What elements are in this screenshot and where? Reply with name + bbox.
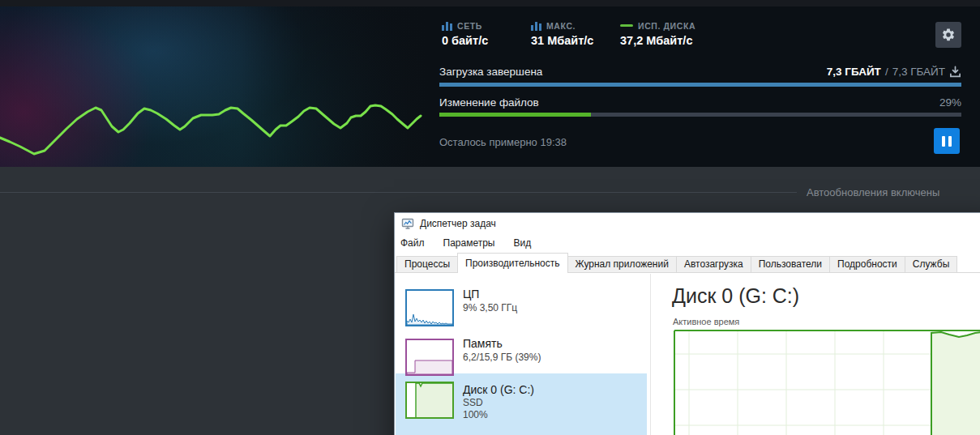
- download-status-label: Загрузка завершена: [439, 66, 542, 78]
- cpu-value: 9% 3,50 ГГц: [463, 302, 517, 313]
- total-size: 7,3 ГБАЙТ: [892, 66, 945, 78]
- tab-performance[interactable]: Производительность: [457, 253, 567, 273]
- disk-usage-fill: [931, 332, 980, 435]
- memory-title: Память: [463, 337, 503, 350]
- cpu-mini-graph: [405, 289, 454, 326]
- cpu-title: ЦП: [463, 288, 479, 301]
- network-bars-icon: [442, 20, 452, 31]
- section-divider: [0, 192, 797, 193]
- menu-view[interactable]: Вид: [513, 237, 531, 249]
- tab-processes[interactable]: Процессы: [396, 256, 458, 272]
- menu-options[interactable]: Параметры: [443, 237, 495, 249]
- download-row: Загрузка завершена 7,3 ГБАЙТ / 7,3 ГБАЙТ: [439, 66, 961, 78]
- pause-icon: [942, 136, 945, 147]
- size-separator: /: [885, 66, 888, 78]
- detail-pane-title: Диск 0 (G: C:): [672, 284, 799, 308]
- tab-services[interactable]: Службы: [905, 256, 957, 272]
- network-graph-line: [0, 105, 421, 154]
- task-manager-app-icon: [401, 217, 414, 230]
- download-icon: [949, 66, 961, 78]
- stat-label: МАКС.: [546, 21, 576, 31]
- menu-bar: Файл Параметры Вид: [395, 234, 980, 252]
- tab-users[interactable]: Пользователи: [751, 256, 830, 272]
- download-progress-bar: [439, 83, 961, 87]
- download-settings-button[interactable]: [935, 22, 961, 48]
- stat-network: СЕТЬ 0 байт/с: [442, 20, 488, 47]
- patching-progress-fill: [439, 113, 591, 117]
- titlebar[interactable]: Диспетчер задач: [395, 213, 980, 234]
- pause-icon: [948, 136, 952, 147]
- downloaded-size: 7,3 ГБАЙТ: [827, 66, 881, 78]
- disk-activity-graph: [674, 330, 980, 435]
- patching-label: Изменение файлов: [439, 96, 539, 109]
- memory-value: 6,2/15,9 ГБ (39%): [463, 352, 541, 363]
- stat-label: СЕТЬ: [457, 21, 482, 31]
- tab-details[interactable]: Подробности: [829, 256, 905, 272]
- screen: СЕТЬ 0 байт/с МАКС. 31 Мбайт/с ИСП. ДИСК…: [0, 0, 980, 435]
- autoupdates-label: Автообновления включены: [807, 186, 939, 198]
- disk-title: Диск 0 (G: C:): [463, 383, 534, 396]
- disk-mini-graph: [405, 382, 454, 419]
- steam-download-panel: СЕТЬ 0 байт/с МАКС. 31 Мбайт/с ИСП. ДИСК…: [0, 0, 980, 167]
- task-manager-window: Диспетчер задач Файл Параметры Вид Проце…: [394, 212, 980, 435]
- stat-label: ИСП. ДИСКА: [638, 21, 695, 31]
- pause-download-button[interactable]: [934, 128, 960, 154]
- network-activity-graph: [0, 0, 438, 167]
- active-time-label: Активное время: [673, 317, 739, 326]
- tab-strip: Процессы Производительность Журнал прило…: [395, 252, 980, 273]
- stat-value: 0 байт/с: [442, 34, 488, 47]
- patching-progress-bar: [439, 113, 961, 117]
- patching-percent: 29%: [939, 96, 961, 109]
- gear-icon: [941, 28, 956, 42]
- download-size-info: 7,3 ГБАЙТ / 7,3 ГБАЙТ: [827, 66, 961, 78]
- download-progress-fill: [439, 83, 961, 87]
- disk-percent: 100%: [463, 409, 488, 420]
- network-bars-icon: [531, 20, 541, 31]
- disk-line-icon: [620, 20, 633, 31]
- patching-row: Изменение файлов 29%: [439, 96, 961, 109]
- stat-peak: МАКС. 31 Мбайт/с: [531, 20, 593, 47]
- disk-type: SSD: [463, 397, 483, 408]
- tab-startup[interactable]: Автозагрузка: [676, 256, 751, 272]
- stat-disk-usage: ИСП. ДИСКА 37,2 Мбайт/с: [620, 20, 695, 47]
- memory-mini-graph: [405, 339, 454, 376]
- sidebar-divider: [650, 274, 651, 435]
- stat-value: 31 Мбайт/с: [531, 34, 593, 47]
- menu-file[interactable]: Файл: [400, 237, 425, 249]
- stat-value: 37,2 Мбайт/с: [620, 34, 695, 47]
- time-remaining-label: Осталось примерно 19:38: [439, 136, 567, 148]
- tab-app-history[interactable]: Журнал приложений: [567, 256, 677, 272]
- window-title: Диспетчер задач: [420, 218, 496, 229]
